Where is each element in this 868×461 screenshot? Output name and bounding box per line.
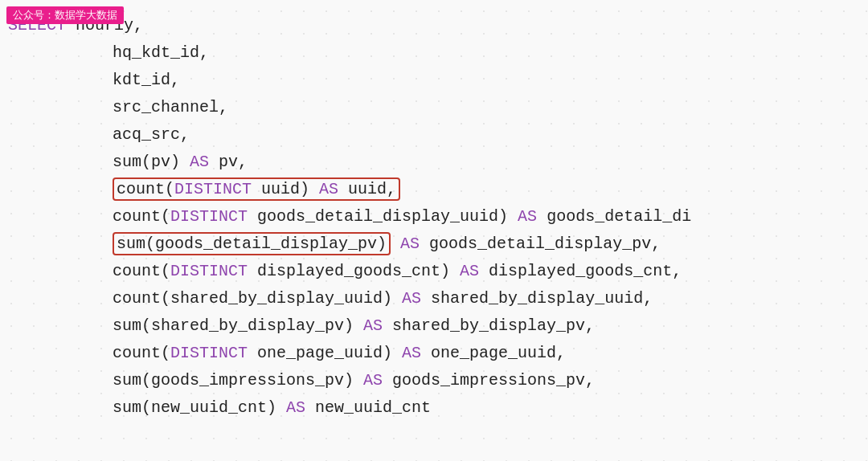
code-line-9: sum(goods_detail_display_pv) AS goods_de… [0,230,868,258]
code-segment: acq_src, [113,125,190,144]
code-line-14: sum(goods_impressions_pv) AS goods_impre… [0,367,868,394]
code-segment: shared_by_display_pv, [383,316,595,335]
code-segment: displayed_goods_cnt) [248,262,460,280]
code-segment: count [113,289,161,308]
code-container: 公众号：数据学大数据 SELECT hourly,hq_kdt_id,kdt_i… [0,0,868,461]
code-segment: count [113,262,161,280]
code-segment: hq_kdt_id, [113,43,209,62]
code-segment: count [113,207,161,226]
code-segment: ( [165,180,174,198]
watermark-label: 公众号：数据学大数据 [6,6,124,24]
code-segment: shared_by_display_uuid, [421,289,653,308]
code-segment: (goods_impressions_pv) [141,371,363,390]
code-segment: count [113,344,161,362]
code-segment: AS [190,153,209,171]
code-line-8: count(DISTINCT goods_detail_display_uuid… [0,203,868,230]
code-segment: pv, [209,153,248,171]
code-segment: displayed_goods_cnt, [479,262,682,280]
code-segment: DISTINCT [170,262,248,280]
code-line-4: src_channel, [0,94,868,121]
code-segment: sum [113,398,141,417]
code-segment: (shared_by_display_pv) [141,316,363,335]
code-line-6: sum(pv) AS pv, [0,149,868,176]
code-segment: new_uuid_cnt [305,398,431,417]
code-segment: AS [402,289,421,308]
code-line-2: hq_kdt_id, [0,39,868,67]
code-line-12: sum(shared_by_display_pv) AS shared_by_d… [0,312,868,340]
code-line-11: count(shared_by_display_uuid) AS shared_… [0,285,868,312]
code-segment: kdt_id, [113,71,180,89]
code-segment: ( [161,262,170,280]
code-segment: (pv) [141,153,190,171]
code-segment: AS [319,180,338,198]
code-line-10: count(DISTINCT displayed_goods_cnt) AS d… [0,258,868,285]
code-segment: uuid, [338,180,396,198]
code-segment: ( [161,344,170,362]
code-line-7: count(DISTINCT uuid) AS uuid, [0,176,868,203]
code-segment: DISTINCT [170,344,248,362]
code-line-5: acq_src, [0,121,868,149]
code-line-1: SELECT hourly, [0,12,868,39]
code-segment: sum [113,371,141,390]
code-segment: AS [363,316,383,335]
code-segment: sum [113,316,141,335]
code-segment: count [117,180,165,198]
code-segment: ( [161,207,170,226]
code-segment: goods_detail_di [537,207,691,226]
code-segment: goods_detail_display_uuid) [248,207,518,226]
code-segment: goods_impressions_pv, [383,371,595,390]
code-segment: DISTINCT [170,207,248,226]
code-segment: DISTINCT [174,180,252,198]
code-segment: one_page_uuid) [248,344,402,362]
code-segment: one_page_uuid, [421,344,566,362]
code-segment: (shared_by_display_uuid) [161,289,402,308]
code-segment: (new_uuid_cnt) [141,398,286,417]
code-segment: AS [286,398,305,417]
code-segment: AS [402,344,421,362]
code-segment: AS [363,371,383,390]
code-segment: sum [113,153,141,171]
code-segment: AS [518,207,537,226]
code-segment: uuid) [252,180,319,198]
code-segment: AS [460,262,479,280]
code-line-15: sum(new_uuid_cnt) AS new_uuid_cnt [0,394,868,422]
code-segment: src_channel, [113,98,228,116]
code-line-13: count(DISTINCT one_page_uuid) AS one_pag… [0,340,868,367]
code-block: SELECT hourly,hq_kdt_id,kdt_id,src_chann… [0,8,868,422]
code-line-3: kdt_id, [0,67,868,94]
